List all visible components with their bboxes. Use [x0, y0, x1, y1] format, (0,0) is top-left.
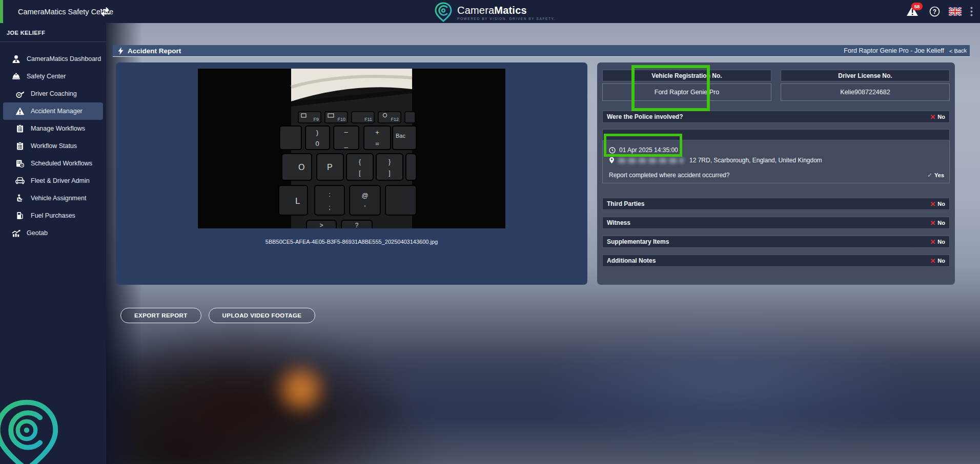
geotab-chart-icon: [11, 229, 21, 237]
app-header: CameraMatics Safety Centre: [0, 0, 980, 23]
supplementary-items-label: Supplementary Items: [607, 238, 669, 245]
svg-text:–: –: [344, 128, 348, 136]
sidebar-item-label: Fuel Purchases: [31, 212, 75, 219]
sidebar-item-accident-manager[interactable]: Accident Manager: [3, 102, 103, 120]
supplementary-items-value: No: [937, 239, 945, 245]
police-involved-value: No: [937, 114, 945, 120]
sidebar-toggle-icon[interactable]: [98, 6, 112, 18]
sidebar-item-driver-coaching[interactable]: Driver Coaching: [3, 85, 103, 102]
sidebar-divider: [0, 41, 106, 42]
clipboard-status-icon: [15, 142, 25, 150]
third-parties-value: No: [937, 201, 945, 207]
svg-text:O: O: [298, 163, 304, 172]
svg-text:+: +: [375, 129, 379, 136]
witness-label: Witness: [607, 219, 630, 226]
sidebar-item-workflow-status[interactable]: Workflow Status: [3, 137, 103, 155]
green-corner-strip: [0, 0, 3, 23]
witness-value: No: [937, 220, 945, 226]
brand-logo: CameraMatics POWERED BY VISION. DRIVEN B…: [434, 2, 556, 23]
help-button[interactable]: ?: [929, 6, 940, 17]
sidebar-item-label: Accident Manager: [31, 108, 83, 115]
svg-text:': ': [364, 204, 365, 212]
incident-section-header[interactable]: [602, 129, 950, 140]
police-involved-row[interactable]: Were the Police involved? ✕ No: [602, 111, 950, 123]
driver-seat-icon: [15, 194, 25, 202]
car-icon: [15, 177, 25, 184]
accident-image-panel: F9 F10 F11 F12 )0 –_: [116, 62, 587, 285]
hard-hat-icon: [11, 73, 21, 80]
dashboard-person-icon: [11, 55, 21, 64]
yes-check-icon: ✓: [927, 172, 932, 178]
svg-text:F12: F12: [391, 117, 399, 122]
incident-timestamp: 01 Apr 2025 14:35:00: [619, 146, 678, 154]
svg-text:=: =: [375, 140, 379, 147]
svg-text:F11: F11: [364, 117, 372, 122]
back-link[interactable]: < Back: [949, 47, 967, 54]
notification-count-badge: 58: [911, 3, 923, 10]
sidebar-item-manage-workflows[interactable]: Manage Workflows: [3, 120, 103, 137]
page-title-bar: Accident Report Ford Raptor Genie Pro - …: [113, 45, 970, 57]
sidebar-item-fuel-purchases[interactable]: Fuel Purchases: [3, 207, 103, 224]
brand-tagline: POWERED BY VISION. DRIVEN BY SAFETY.: [457, 17, 556, 20]
redacted-address-segment: [618, 158, 684, 163]
language-flag-uk[interactable]: [949, 7, 962, 16]
location-pin-icon: [609, 157, 615, 164]
additional-notes-row[interactable]: Additional Notes ✕ No: [602, 255, 950, 267]
kebab-menu-icon: [970, 7, 973, 16]
clipboard-icon: [15, 124, 25, 133]
help-icon: ?: [929, 6, 940, 17]
sidebar-item-label: Geotab: [27, 229, 48, 237]
watermark-pin-icon: [0, 398, 62, 464]
brand-name: CameraMatics: [457, 5, 556, 16]
sidebar-item-label: Workflow Status: [31, 142, 77, 150]
upload-video-footage-button[interactable]: UPLOAD VIDEO FOOTAGE: [209, 308, 316, 323]
sidebar-item-label: Safety Center: [27, 73, 66, 80]
fuel-pump-icon: [15, 212, 25, 220]
svg-text:L: L: [295, 196, 300, 206]
accident-photo[interactable]: F9 F10 F11 F12 )0 –_: [198, 69, 505, 228]
witness-row[interactable]: Witness ✕ No: [602, 217, 950, 229]
driver-license-label: Driver License No.: [781, 70, 950, 81]
sidebar-item-vehicle-assignment[interactable]: Vehicle Assignment: [3, 189, 103, 207]
user-label: JOE KELIEFF: [0, 23, 106, 41]
accident-report-page: CameraMatics Safety Centre: [0, 0, 980, 464]
clipboard-clock-icon: [15, 159, 25, 167]
page-title: Accident Report: [128, 47, 181, 55]
more-options-button[interactable]: [970, 7, 973, 16]
export-report-button[interactable]: EXPORT REPORT: [120, 308, 201, 323]
svg-text::: :: [329, 191, 331, 198]
svg-text:P: P: [327, 163, 333, 172]
vehicle-registration-value: Ford Raptor Genie Pro: [602, 83, 771, 101]
third-parties-row[interactable]: Third Parties ✕ No: [602, 198, 950, 210]
third-parties-label: Third Parties: [607, 200, 644, 207]
svg-text:?: ?: [933, 8, 936, 15]
svg-text:0: 0: [315, 140, 319, 147]
sidebar-item-label: Fleet & Driver Admin: [31, 177, 90, 184]
clock-icon: [609, 147, 616, 154]
sidebar-item-safety-center[interactable]: Safety Center: [3, 68, 103, 85]
svg-text:]: ]: [389, 170, 390, 177]
vehicle-driver-context: Ford Raptor Genie Pro - Joe Kelieff: [844, 47, 944, 54]
sidebar-item-scheduled-workflows[interactable]: Scheduled Workflows: [3, 155, 103, 172]
no-x-icon: ✕: [930, 258, 935, 264]
svg-text:F9: F9: [313, 117, 319, 122]
sidebar-item-label: Scheduled Workflows: [31, 160, 92, 167]
svg-text:_: _: [343, 140, 348, 148]
supplementary-items-row[interactable]: Supplementary Items ✕ No: [602, 236, 950, 248]
sidebar-item-label: CameraMatics Dashboard: [27, 55, 101, 62]
sidebar-item-dashboard[interactable]: CameraMatics Dashboard: [3, 50, 103, 68]
notifications-button[interactable]: 58: [905, 4, 921, 19]
svg-text:>: >: [319, 222, 323, 228]
lightning-bolt-icon: [118, 47, 124, 55]
brand-pin-icon: [434, 2, 453, 23]
sidebar-nav: CameraMatics Dashboard Safety Center Dri…: [0, 50, 106, 242]
svg-text:@: @: [361, 192, 368, 199]
svg-text:}: }: [389, 158, 391, 165]
incident-address: 12 7RD, Scarborough, England, United Kin…: [689, 157, 822, 164]
additional-notes-value: No: [937, 258, 945, 264]
sidebar-item-geotab[interactable]: Geotab: [3, 224, 103, 242]
report-completed-value: Yes: [934, 172, 944, 178]
svg-text:): ): [316, 129, 318, 136]
sidebar-item-fleet-driver-admin[interactable]: Fleet & Driver Admin: [3, 172, 103, 189]
svg-text:Bac: Bac: [396, 133, 405, 139]
